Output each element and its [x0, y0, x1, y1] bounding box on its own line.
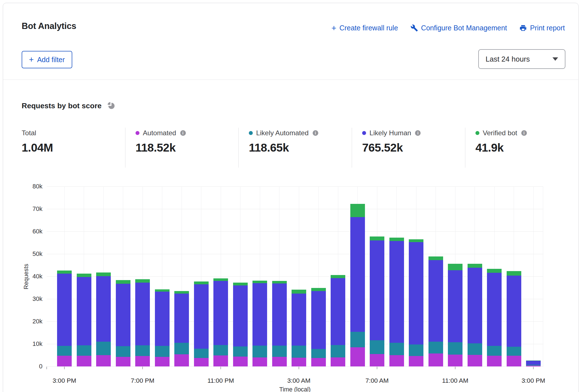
bar-segment-verified-bot[interactable] [174, 291, 189, 294]
bar-segment-automated[interactable] [272, 357, 287, 366]
bar-segment-automated[interactable] [233, 357, 248, 366]
bar-segment-likely-automated[interactable] [311, 349, 326, 358]
bar-segment-likely-human[interactable] [174, 294, 189, 343]
info-icon[interactable]: i [313, 130, 318, 136]
bar-segment-likely-human[interactable] [370, 240, 384, 340]
bar-segment-automated[interactable] [77, 356, 91, 366]
bar-segment-likely-automated[interactable] [428, 342, 443, 353]
bar-stack-1100am[interactable] [448, 264, 463, 366]
bar-segment-likely-human[interactable] [233, 285, 248, 346]
bar-segment-likely-automated[interactable] [507, 347, 521, 356]
bar-segment-automated[interactable] [213, 355, 228, 366]
bar-segment-likely-human[interactable] [468, 268, 482, 343]
bar-segment-likely-automated[interactable] [487, 346, 502, 355]
bar-stack-400am[interactable] [311, 288, 326, 366]
info-icon[interactable]: i [415, 130, 421, 136]
bar-stack-1200pm[interactable] [468, 264, 482, 366]
bar-segment-likely-human[interactable] [155, 292, 170, 346]
info-icon[interactable]: i [180, 130, 186, 136]
info-icon[interactable]: i [521, 130, 527, 136]
bar-segment-automated[interactable] [96, 355, 111, 366]
bar-stack-800am[interactable] [389, 238, 404, 366]
bar-segment-automated[interactable] [194, 358, 209, 366]
action-link-create-firewall-rule[interactable]: +Create firewall rule [331, 24, 398, 32]
bar-segment-verified-bot[interactable] [311, 288, 326, 291]
bar-segment-verified-bot[interactable] [252, 281, 267, 283]
bar-segment-likely-human[interactable] [428, 260, 443, 342]
bar-segment-likely-human[interactable] [350, 217, 365, 332]
bar-segment-likely-automated[interactable] [77, 345, 91, 356]
bar-segment-verified-bot[interactable] [135, 279, 150, 283]
bar-segment-likely-human[interactable] [135, 283, 150, 345]
bar-segment-verified-bot[interactable] [292, 290, 306, 294]
bar-stack-200am[interactable] [272, 281, 287, 366]
bar-stack-300pm[interactable] [526, 361, 541, 366]
bar-stack-500am[interactable] [331, 275, 345, 366]
bar-segment-likely-automated[interactable] [155, 346, 170, 357]
bar-stack-700am[interactable] [370, 236, 384, 366]
bar-segment-automated[interactable] [116, 357, 130, 366]
bar-segment-likely-human[interactable] [194, 284, 209, 349]
bar-stack-100am[interactable] [252, 281, 267, 366]
bar-segment-verified-bot[interactable] [448, 264, 463, 270]
bar-segment-verified-bot[interactable] [350, 204, 365, 217]
bar-segment-verified-bot[interactable] [370, 236, 384, 240]
bar-segment-automated[interactable] [370, 354, 384, 366]
bar-segment-likely-automated[interactable] [370, 340, 384, 354]
bar-segment-automated[interactable] [448, 355, 463, 366]
bar-segment-likely-automated[interactable] [272, 346, 287, 357]
bar-segment-likely-human[interactable] [116, 284, 130, 346]
bar-segment-automated[interactable] [174, 354, 189, 366]
bar-segment-likely-human[interactable] [96, 276, 111, 342]
bar-stack-900pm[interactable] [174, 291, 189, 366]
bar-segment-likely-automated[interactable] [194, 349, 209, 358]
action-link-print-report[interactable]: Print report [519, 24, 565, 32]
bar-segment-automated[interactable] [311, 358, 326, 366]
bar-segment-likely-automated[interactable] [448, 342, 463, 355]
bar-stack-1100pm[interactable] [213, 278, 228, 366]
bar-segment-verified-bot[interactable] [331, 275, 345, 278]
bar-segment-likely-human[interactable] [213, 281, 228, 345]
bar-segment-likely-human[interactable] [507, 276, 521, 347]
bar-segment-automated[interactable] [350, 347, 365, 366]
bar-segment-likely-automated[interactable] [252, 346, 267, 357]
bar-segment-automated[interactable] [57, 356, 72, 366]
bar-stack-300am[interactable] [292, 290, 306, 366]
action-link-configure-bot-management[interactable]: Configure Bot Management [410, 24, 507, 32]
bar-segment-automated[interactable] [292, 358, 306, 366]
bar-segment-automated[interactable] [409, 356, 423, 366]
bar-segment-likely-automated[interactable] [409, 344, 423, 356]
bar-segment-likely-human[interactable] [292, 294, 306, 346]
bar-segment-likely-human[interactable] [389, 241, 404, 343]
bar-segment-verified-bot[interactable] [507, 271, 521, 276]
bar-segment-likely-human[interactable] [272, 283, 287, 346]
bar-stack-200pm[interactable] [507, 271, 521, 366]
bar-segment-verified-bot[interactable] [272, 281, 287, 283]
bar-segment-likely-automated[interactable] [468, 343, 482, 355]
bar-segment-likely-automated[interactable] [292, 346, 306, 358]
bar-stack-1000am[interactable] [428, 256, 443, 366]
bar-segment-verified-bot[interactable] [213, 278, 228, 281]
bar-segment-likely-human[interactable] [526, 361, 541, 365]
bar-segment-likely-human[interactable] [57, 274, 72, 346]
bar-segment-automated[interactable] [487, 356, 502, 366]
bar-segment-automated[interactable] [468, 355, 482, 366]
bar-segment-likely-automated[interactable] [233, 346, 248, 357]
bar-segment-verified-bot[interactable] [428, 256, 443, 260]
bar-stack-600am[interactable] [350, 204, 365, 366]
bar-stack-1000pm[interactable] [194, 281, 209, 366]
bar-stack-500pm[interactable] [96, 272, 111, 366]
bar-segment-verified-bot[interactable] [233, 283, 248, 285]
bar-stack-100pm[interactable] [487, 269, 502, 366]
bar-segment-automated[interactable] [507, 356, 521, 366]
bar-stack-400pm[interactable] [77, 274, 91, 366]
bar-segment-likely-human[interactable] [252, 283, 267, 346]
bar-segment-likely-human[interactable] [311, 291, 326, 349]
bar-segment-likely-human[interactable] [409, 242, 423, 344]
time-range-dropdown[interactable]: Last 24 hours [478, 49, 565, 69]
bar-segment-likely-automated[interactable] [96, 342, 111, 355]
bar-segment-automated[interactable] [155, 357, 170, 366]
bar-segment-automated[interactable] [389, 355, 404, 366]
bar-stack-600pm[interactable] [116, 280, 130, 366]
add-filter-button[interactable]: + Add filter [22, 51, 72, 68]
